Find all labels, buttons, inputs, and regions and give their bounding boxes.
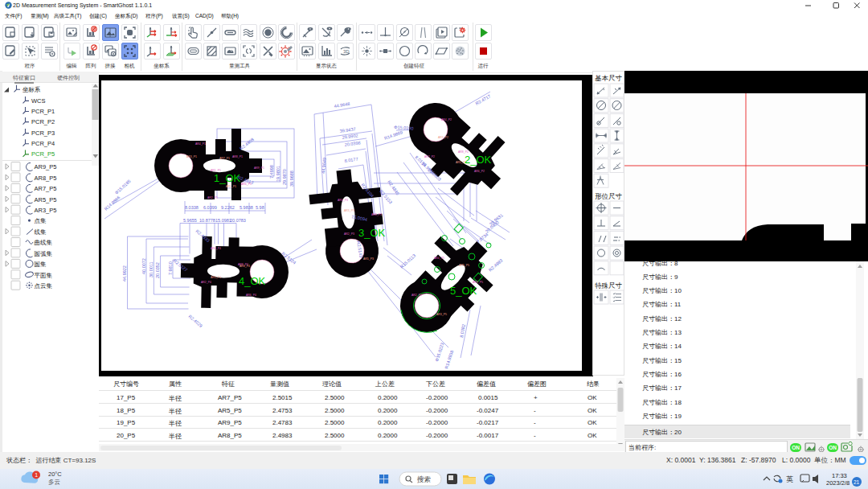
svg-text:29.9870: 29.9870 (282, 169, 287, 185)
svg-text:英: 英 (786, 475, 793, 483)
svg-text:PCR_P5: PCR_P5 (31, 150, 55, 158)
svg-text:PCR_P4: PCR_P4 (31, 140, 55, 147)
svg-text:AR3_P4: AR3_P4 (240, 265, 250, 268)
svg-text:R15.0113: R15.0113 (399, 253, 416, 269)
svg-text:Φ15.0223: Φ15.0223 (434, 342, 444, 362)
svg-text:AR5_P1: AR5_P1 (226, 185, 236, 188)
svg-text:多云: 多云 (48, 479, 60, 486)
svg-text:17:33: 17:33 (832, 472, 847, 479)
svg-text:3D: 3D (343, 49, 350, 54)
svg-text:20.0783: 20.0783 (230, 218, 246, 223)
svg-text:8.0338: 8.0338 (185, 205, 199, 210)
svg-text:AR4_P1: AR4_P1 (195, 142, 206, 146)
svg-text:9.2262: 9.2262 (221, 205, 235, 210)
svg-text:AR3_P3: AR3_P3 (344, 209, 354, 212)
svg-text:4_OK: 4_OK (239, 275, 266, 287)
svg-text:Φ15.0190: Φ15.0190 (394, 125, 414, 131)
svg-text:15.0981: 15.0981 (215, 218, 231, 223)
svg-text:AR8_P3: AR8_P3 (371, 213, 382, 216)
svg-text:AR6_P2: AR6_P2 (474, 170, 485, 173)
svg-text:40.0072: 40.0072 (141, 258, 146, 274)
svg-text:R14.9866: R14.9866 (104, 195, 121, 211)
svg-text:AR2_P4: AR2_P4 (201, 281, 211, 284)
svg-text:AR9_P1: AR9_P1 (254, 166, 264, 170)
svg-text:R2.4029: R2.4029 (187, 314, 203, 328)
svg-text:5.9838: 5.9838 (240, 205, 253, 210)
svg-text:30.0011: 30.0011 (149, 262, 154, 277)
svg-text:AR5_P4: AR5_P4 (211, 276, 221, 279)
svg-text:21: 21 (854, 479, 860, 485)
svg-text:39.9437: 39.9437 (339, 126, 356, 134)
svg-text:PCR_P3: PCR_P3 (31, 129, 55, 137)
svg-text:R2.4983: R2.4983 (488, 258, 504, 273)
svg-text:AR2_P5: AR2_P5 (411, 294, 422, 297)
svg-text:7.4998: 7.4998 (269, 165, 274, 179)
svg-text:PCR_P1: PCR_P1 (31, 108, 55, 115)
svg-text:AR6_P1: AR6_P1 (241, 183, 252, 186)
svg-text:AR4_P4: AR4_P4 (211, 247, 221, 250)
svg-text:AR5_P5: AR5_P5 (459, 264, 469, 267)
svg-text:6.0399: 6.0399 (203, 205, 217, 210)
svg-text:ON: ON (792, 445, 800, 450)
svg-text:5.9655: 5.9655 (183, 218, 197, 223)
svg-text:WCS: WCS (31, 97, 46, 105)
svg-text:AR7_P5: AR7_P5 (35, 185, 57, 192)
svg-text:20.0352: 20.0352 (155, 262, 160, 278)
svg-text:坐标系: 坐标系 (23, 86, 41, 93)
svg-text:AR4_P3: AR4_P3 (338, 199, 348, 202)
svg-text:AR2_P1: AR2_P1 (207, 196, 218, 199)
svg-text:R2.4845: R2.4845 (387, 179, 400, 195)
svg-text:AR5_P3: AR5_P3 (363, 257, 374, 261)
svg-text:PCR_P2: PCR_P2 (31, 118, 55, 125)
svg-text:曲线集: 曲线集 (35, 239, 53, 246)
svg-text:5.98: 5.98 (256, 205, 264, 210)
svg-text:R14.9869: R14.9869 (383, 129, 403, 141)
svg-text:点集: 点集 (35, 217, 47, 224)
svg-text:AR9_P5: AR9_P5 (35, 163, 57, 171)
svg-text:圆集: 圆集 (35, 261, 47, 268)
svg-text:形位尺寸: 形位尺寸 (595, 192, 623, 200)
svg-text:2_OK: 2_OK (465, 154, 492, 166)
svg-text:AR2_P2: AR2_P2 (424, 155, 435, 158)
svg-text:44.9648: 44.9648 (334, 101, 350, 109)
svg-text:AR4_P5: AR4_P5 (434, 257, 444, 260)
svg-text:19.9801: 19.9801 (276, 166, 280, 182)
svg-text:8.0177: 8.0177 (344, 157, 358, 163)
svg-text:Φ15.0185: Φ15.0185 (114, 179, 132, 195)
svg-text:1_OK: 1_OK (214, 172, 241, 184)
svg-text:AR7_P1: AR7_P1 (219, 157, 230, 160)
svg-text:R2.4717: R2.4717 (475, 93, 492, 106)
svg-text:1: 1 (35, 472, 38, 478)
svg-text:搜索: 搜索 (416, 475, 431, 483)
svg-text:ON: ON (829, 445, 837, 450)
svg-text:线集: 线集 (35, 228, 47, 236)
svg-text:AR8_P5: AR8_P5 (35, 175, 57, 182)
svg-text:5_OK: 5_OK (450, 285, 477, 297)
svg-text:AR3_P5: AR3_P5 (436, 313, 447, 316)
svg-text:特殊尺寸: 特殊尺寸 (595, 281, 623, 290)
svg-text:AR5_P5: AR5_P5 (35, 196, 57, 203)
svg-text:39.9688: 39.9688 (289, 171, 294, 187)
svg-text:AR6_P4: AR6_P4 (246, 294, 256, 297)
svg-text:10.8778: 10.8778 (199, 218, 215, 223)
svg-text:基本尺寸: 基本尺寸 (595, 74, 623, 82)
svg-text:29.9902: 29.9902 (342, 133, 358, 140)
svg-text:AR2_P3: AR2_P3 (344, 232, 354, 236)
svg-text:2023/2/8: 2023/2/8 (826, 479, 850, 487)
svg-text:AR3_P2: AR3_P2 (438, 136, 448, 139)
svg-text:20°C: 20°C (48, 471, 62, 478)
svg-text:AR4_P2: AR4_P2 (441, 118, 452, 121)
svg-text:圆弧集: 圆弧集 (35, 250, 53, 257)
svg-text:点云集: 点云集 (35, 282, 53, 290)
svg-text:7.9810: 7.9810 (168, 261, 173, 275)
svg-text:AR8_P5: AR8_P5 (473, 281, 483, 284)
svg-text:AR8_P1: AR8_P1 (232, 155, 243, 158)
svg-text:AR3_P5: AR3_P5 (35, 207, 57, 214)
svg-text:AR3_P1: AR3_P1 (186, 155, 197, 158)
svg-text:3_OK: 3_OK (358, 227, 386, 239)
svg-text:44.9922: 44.9922 (122, 265, 127, 281)
svg-text:平面集: 平面集 (35, 272, 53, 279)
svg-text:R14.9938: R14.9938 (444, 350, 454, 370)
